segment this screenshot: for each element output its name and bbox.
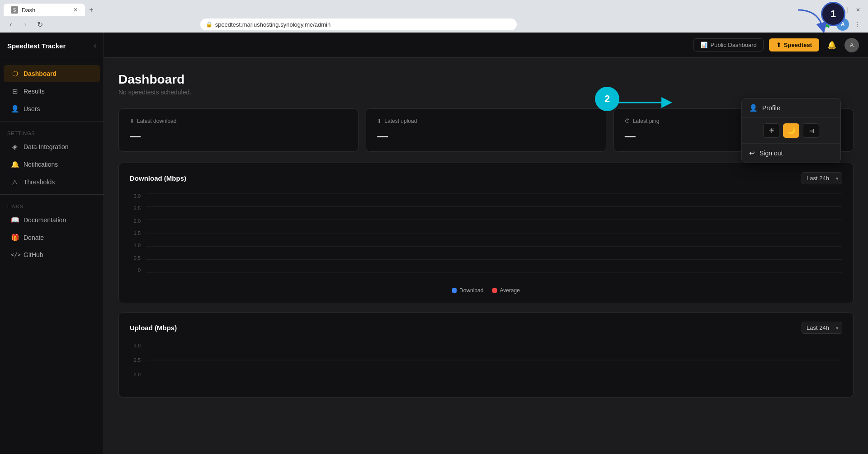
profile-dropdown-icon: 👤 <box>749 104 758 112</box>
y-label: 0 <box>130 267 144 273</box>
sidebar-item-notifications[interactable]: 🔔 Notifications <box>4 156 100 173</box>
download-timerange-select[interactable]: Last 24h Last 7d Last 30d <box>802 172 842 184</box>
sidebar-item-users[interactable]: 👤 Users <box>4 100 100 117</box>
sidebar-item-thresholds[interactable]: △ Thresholds <box>4 173 100 191</box>
sidebar: Speedtest Tracker ‹ ⬡ Dashboard ⊟ Result… <box>0 33 104 454</box>
browser-chrome: S Dash ✕ + — ⬜ ✕ ‹ › ↻ 🔒 speedtest.mariu… <box>0 0 868 33</box>
legend-download: Download <box>452 287 483 294</box>
upload-timerange-wrapper: Last 24h Last 7d Last 30d <box>802 322 842 334</box>
annotation-2: 2 <box>595 87 619 111</box>
download-chart-card: Download (Mbps) Last 24h Last 7d Last 30… <box>118 163 854 303</box>
lock-icon: 🔒 <box>206 21 212 28</box>
topbar: 📊 Public Dashboard ⬆ Speedtest 🔔 A <box>104 33 868 58</box>
sidebar-collapse-icon[interactable]: ‹ <box>94 42 96 50</box>
sidebar-item-dashboard[interactable]: ⬡ Dashboard <box>4 65 100 82</box>
stat-card-download: ⬇ Latest download — <box>118 108 359 152</box>
sign-out-label: Sign out <box>760 150 783 157</box>
y-label: 2.0 <box>130 218 144 224</box>
theme-system-button[interactable]: 🖥 <box>803 123 819 138</box>
dropdown-profile-item[interactable]: 👤 Profile <box>742 98 840 118</box>
download-stat-icon: ⬇ <box>130 118 134 124</box>
page-title: Dashboard <box>118 72 854 87</box>
theme-light-button[interactable]: ☀ <box>763 123 779 138</box>
dropdown-sign-out[interactable]: ↩ Sign out <box>742 144 840 163</box>
data-integration-icon: ◈ <box>11 143 19 151</box>
upload-chart-card: Upload (Mbps) Last 24h Last 7d Last 30d … <box>118 312 854 398</box>
main: 📊 Public Dashboard ⬆ Speedtest 🔔 A Dashb… <box>104 33 868 454</box>
sidebar-nav: ⬡ Dashboard ⊟ Results 👤 Users Settings ◈… <box>0 59 104 454</box>
sidebar-item-results[interactable]: ⊟ Results <box>4 83 100 100</box>
annotation-1: 1 <box>821 2 845 26</box>
tab-title: Dash <box>22 7 35 14</box>
notifications-icon: 🔔 <box>11 160 19 168</box>
browser-tab[interactable]: S Dash ✕ <box>4 4 85 16</box>
y-label: 0.5 <box>130 255 144 261</box>
sidebar-item-data-integration[interactable]: ◈ Data Integration <box>4 138 100 155</box>
settings-section-label: Settings <box>0 125 104 138</box>
forward-button[interactable]: › <box>20 19 31 30</box>
tab-close-icon[interactable]: ✕ <box>73 7 78 13</box>
stat-card-upload: ⬆ Latest upload — <box>366 108 606 152</box>
ping-stat-icon: ⏱ <box>625 118 630 124</box>
y-label: 2.5 <box>130 357 144 363</box>
tab-favicon: S <box>11 6 18 14</box>
download-timerange-wrapper: Last 24h Last 7d Last 30d <box>802 172 842 184</box>
user-avatar[interactable]: A <box>844 38 859 52</box>
legend-average-download: Average <box>492 287 519 294</box>
annotation-arrow-2 <box>615 91 674 114</box>
y-label: 1.5 <box>130 230 144 236</box>
upload-stat-value: — <box>377 130 594 142</box>
upload-chart-plot <box>146 343 842 377</box>
download-chart-plot <box>146 193 842 273</box>
chart-icon: 📊 <box>700 42 708 48</box>
sidebar-logo: Speedtest Tracker <box>7 42 66 50</box>
dropdown-theme-row: ☀ 🌙 🖥 <box>742 118 840 144</box>
download-chart-area: 3.0 2.5 2.0 1.5 1.0 0.5 0 <box>130 193 842 284</box>
y-label: 1.0 <box>130 243 144 248</box>
documentation-icon: 📖 <box>11 216 19 224</box>
links-section-label: Links <box>0 198 104 211</box>
upload-chart-title: Upload (Mbps) <box>130 324 177 332</box>
download-chart-title: Download (Mbps) <box>130 174 186 182</box>
theme-dark-button[interactable]: 🌙 <box>783 123 799 138</box>
upload-stat-icon: ⬆ <box>377 118 382 124</box>
upload-timerange-select[interactable]: Last 24h Last 7d Last 30d <box>802 322 842 334</box>
speedtest-icon: ⬆ <box>776 42 781 48</box>
y-label: 3.0 <box>130 193 144 199</box>
upload-chart-area: 3.0 2.5 2.0 <box>130 343 842 388</box>
y-label: 2.0 <box>130 372 144 377</box>
users-icon: 👤 <box>11 105 19 113</box>
download-stat-value: — <box>130 130 347 142</box>
github-icon: </> <box>11 252 19 258</box>
sidebar-item-github[interactable]: </> GitHub <box>4 247 100 263</box>
sidebar-item-documentation[interactable]: 📖 Documentation <box>4 211 100 229</box>
more-options-icon[interactable]: ⋮ <box>852 19 863 30</box>
notifications-bell-icon[interactable]: 🔔 <box>825 38 839 52</box>
results-icon: ⊟ <box>11 87 19 95</box>
y-label: 2.5 <box>130 206 144 211</box>
speedtest-button[interactable]: ⬆ Speedtest <box>769 38 819 51</box>
y-label: 3.0 <box>130 343 144 348</box>
close-button[interactable]: ✕ <box>852 4 864 16</box>
page-subtitle: No speedtests scheduled. <box>118 89 854 96</box>
public-dashboard-button[interactable]: 📊 Public Dashboard <box>693 38 764 51</box>
thresholds-icon: △ <box>11 178 19 186</box>
url-bar[interactable]: speedtest.mariushosting.synology.me/admi… <box>215 21 331 28</box>
donate-icon: 🎁 <box>11 234 19 242</box>
download-chart-legend: Download Average <box>130 287 842 294</box>
profile-dropdown: 👤 Profile ☀ 🌙 🖥 ↩ Sign out <box>741 98 841 163</box>
reload-button[interactable]: ↻ <box>34 19 45 30</box>
new-tab-button[interactable]: + <box>85 4 98 16</box>
dashboard-icon: ⬡ <box>11 70 19 78</box>
back-button[interactable]: ‹ <box>5 19 16 30</box>
sidebar-item-donate[interactable]: 🎁 Donate <box>4 229 100 246</box>
sign-out-icon: ↩ <box>749 149 755 157</box>
profile-dropdown-label: Profile <box>762 104 780 112</box>
